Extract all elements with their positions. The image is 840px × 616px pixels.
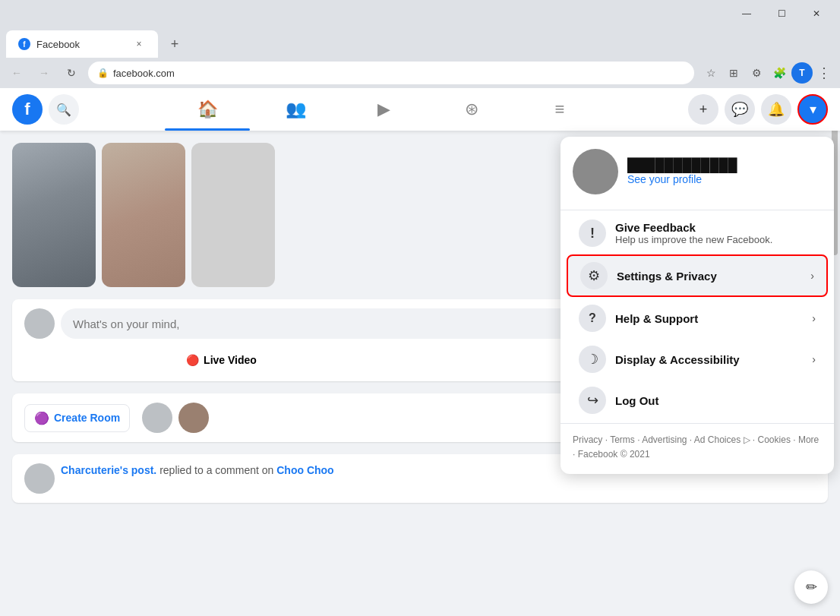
nav-right: + 💬 🔔 ▾ [688,94,828,125]
nav-center: 🏠 👥 ▶ ⊛ ≡ [79,91,688,128]
account-menu-button[interactable]: ▾ [797,94,828,125]
poster-avatar [24,463,55,494]
dropdown-give-feedback[interactable]: ! Give Feedback Help us improve the new … [567,213,828,253]
notifications-button[interactable]: 🔔 [761,94,791,125]
display-accessibility-text: Display & Accessibility [615,353,803,366]
new-tab-button[interactable]: + [164,33,185,55]
give-feedback-icon: ! [579,220,606,247]
facebook-page: f 🔍 🏠 👥 ▶ ⊛ ≡ + 💬 🔔 ▾ [0,88,840,616]
log-out-text: Log Out [615,394,816,407]
address-text: facebook.com [113,68,175,79]
address-bar: ← → ↻ 🔒 facebook.com ☆ ⊞ ⚙ 🧩 T ⋮ [0,58,840,88]
lock-icon: 🔒 [97,68,109,78]
log-out-label: Log Out [615,394,816,407]
extension-icon[interactable]: 🧩 [769,62,790,84]
tab-title: Facebook [36,39,126,50]
dropdown-user-name: ████████████ [627,158,737,173]
live-video-icon: 🔴 [186,354,199,366]
help-support-label: Help & Support [615,312,803,325]
plus-button[interactable]: + [688,94,718,125]
dropdown-profile-section: ████████████ See your profile [561,143,834,207]
live-video-button[interactable]: 🔴 Live Video [24,348,418,372]
minimize-button[interactable]: — [729,0,764,27]
dropdown-help-support[interactable]: ? Help & Support › [567,299,828,338]
user-avatar [24,308,55,339]
address-input[interactable]: 🔒 facebook.com [88,62,694,84]
messenger-button[interactable]: 💬 [725,94,755,125]
display-chevron-icon: › [812,353,816,365]
friend-avatar-1 [142,403,172,433]
nav-friends[interactable]: 👥 [253,91,338,128]
refresh-button[interactable]: ↻ [61,62,82,84]
settings-chevron-icon: › [810,270,814,282]
settings-privacy-icon: ⚙ [580,262,608,289]
maximize-button[interactable]: ☐ [764,0,799,27]
dropdown-menu: ████████████ See your profile ! Give Fee… [561,137,834,474]
tab-favicon: f [18,38,30,50]
story-card-1[interactable] [12,143,96,287]
give-feedback-sublabel: Help us improve the new Facebook. [615,234,816,245]
nav-watch[interactable]: ▶ [341,91,426,128]
close-button[interactable]: ✕ [799,0,834,27]
footer-links: Privacy · Terms · Advertising · Ad Choic… [573,434,819,460]
nav-menu[interactable]: ≡ [517,91,602,128]
give-feedback-label: Give Feedback [615,221,816,234]
nav-home[interactable]: 🏠 [165,91,250,128]
create-room-icon: 🟣 [34,411,49,425]
title-bar: — ☐ ✕ [0,0,840,27]
settings-privacy-text: Settings & Privacy [617,270,801,283]
settings-icon[interactable]: ⚙ [746,62,767,84]
browser-icons: ☆ ⊞ ⚙ 🧩 T ⋮ [700,62,834,84]
facebook-logo: f [12,94,43,125]
browser-menu-button[interactable]: ⋮ [814,62,834,84]
dropdown-overlay: ████████████ See your profile ! Give Fee… [475,131,840,480]
active-tab[interactable]: f Facebook × [6,30,158,58]
settings-privacy-label: Settings & Privacy [617,270,801,283]
help-chevron-icon: › [812,312,816,324]
story-card-3[interactable] [191,143,275,287]
dropdown-log-out[interactable]: ↪ Log Out [567,381,828,420]
nav-groups[interactable]: ⊛ [429,91,514,128]
bookmark-icon[interactable]: ☆ [700,62,722,84]
browser-profile-button[interactable]: T [791,62,813,84]
create-room-label: Create Room [54,412,120,424]
notification-text: Charcuterie's post. replied to a comment… [61,463,334,477]
display-accessibility-icon: ☽ [579,346,606,373]
back-button[interactable]: ← [6,62,27,84]
dropdown-divider-1 [561,210,834,210]
search-button[interactable]: 🔍 [49,94,79,125]
poster-name[interactable]: Charcuterie's post. [61,464,156,476]
help-support-icon: ? [579,305,606,332]
facebook-navbar: f 🔍 🏠 👥 ▶ ⊛ ≡ + 💬 🔔 ▾ [0,88,840,131]
story-card-2[interactable] [102,143,185,287]
grid-icon[interactable]: ⊞ [723,62,744,84]
log-out-icon: ↪ [579,387,606,414]
help-support-text: Help & Support [615,312,803,325]
notification-link[interactable]: Choo Choo [276,464,333,476]
tab-bar: f Facebook × + [0,27,840,58]
dropdown-avatar [573,149,618,194]
forward-button[interactable]: → [33,62,55,84]
live-video-label: Live Video [204,354,257,366]
display-accessibility-label: Display & Accessibility [615,353,803,366]
browser-chrome: — ☐ ✕ f Facebook × + ← → ↻ 🔒 facebook.co… [0,0,840,88]
see-profile-link[interactable]: See your profile [627,173,737,185]
give-feedback-text: Give Feedback Help us improve the new Fa… [615,221,816,245]
dropdown-settings-privacy[interactable]: ⚙ Settings & Privacy › [567,254,828,297]
notification-replied: replied to a comment on [159,464,273,476]
dropdown-display-accessibility[interactable]: ☽ Display & Accessibility › [567,340,828,379]
dropdown-divider-2 [561,423,834,424]
tab-close-button[interactable]: × [132,37,146,51]
friend-avatar-2 [178,403,209,433]
create-room-button[interactable]: 🟣 Create Room [24,404,130,432]
edit-post-button[interactable]: ✏ [794,570,828,604]
dropdown-footer: Privacy · Terms · Advertising · Ad Choic… [561,427,834,468]
